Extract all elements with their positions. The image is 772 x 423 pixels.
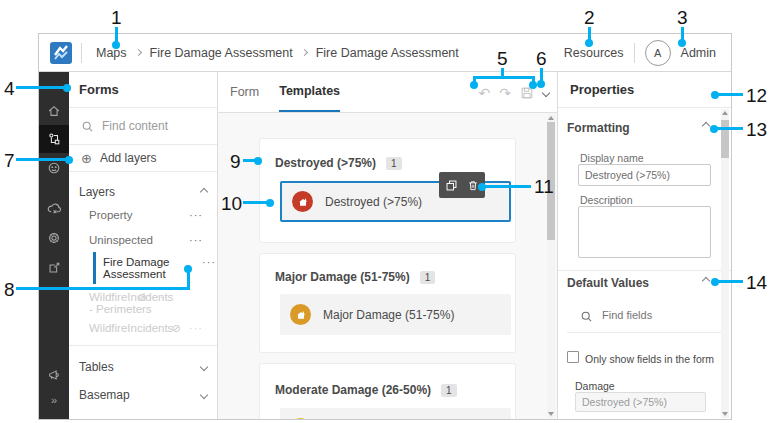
template-item-label: Destroyed (>75%) — [325, 195, 422, 209]
display-name-input[interactable] — [578, 164, 711, 186]
divider — [558, 270, 731, 271]
add-layers-label: Add layers — [100, 151, 157, 165]
damage-field-input[interactable] — [575, 392, 706, 412]
undo-icon[interactable]: ↶ — [479, 86, 491, 100]
layer-options-icon[interactable]: ··· — [189, 235, 203, 246]
group-title-label: Destroyed (>75%) — [275, 156, 376, 170]
callout-11-line — [485, 185, 531, 188]
chevron-down-icon — [200, 362, 208, 370]
offline-icon[interactable] — [39, 194, 69, 222]
layers-section-header[interactable]: Layers — [69, 178, 217, 205]
add-layers-button[interactable]: ⊕ Add layers — [69, 145, 217, 172]
forms-panel: Forms ⊕ Add layers Layers Property — [69, 72, 218, 419]
header-divider — [81, 43, 82, 63]
layer-row-property[interactable]: Property ··· — [89, 210, 209, 221]
layer-row-wildfire-perimeters[interactable]: WildfireIncidents - Perimeters ⊘ ··· — [89, 292, 175, 315]
user-menu[interactable]: Admin — [681, 46, 716, 60]
template-item-moderate[interactable]: Moderate Damage (26-50%) — [280, 408, 511, 419]
app-window: Maps Fire Damage Assessment Fire Damage … — [38, 33, 732, 420]
tables-header-label: Tables — [79, 360, 114, 374]
home-icon[interactable] — [39, 97, 69, 125]
template-count-badge: 1 — [420, 271, 436, 284]
callout-8-elbow — [187, 272, 190, 288]
tables-section-header[interactable]: Tables — [69, 353, 217, 380]
redo-icon[interactable]: ↷ — [499, 86, 511, 100]
find-content-search[interactable] — [69, 108, 217, 145]
group-title-label: Major Damage (51-75%) — [275, 270, 410, 284]
avatar[interactable]: A — [645, 40, 671, 66]
collapse-default-values-chevron[interactable] — [702, 277, 710, 285]
callout-10-dot — [266, 199, 274, 207]
layer-options-icon[interactable]: ··· — [202, 257, 216, 269]
callout-12-line — [718, 93, 743, 96]
selected-layer-bar — [93, 252, 96, 284]
only-show-fields-label: Only show fields in the form — [585, 353, 715, 365]
tab-form[interactable]: Form — [230, 72, 259, 112]
forms-icon[interactable] — [39, 125, 69, 153]
layer-row-wildfire-incidents[interactable]: WildfireIncidents ⊘ ··· — [89, 323, 209, 334]
forms-panel-title: Forms — [69, 72, 217, 108]
basemap-header-label: Basemap — [79, 388, 130, 402]
layer-label: Property — [89, 209, 132, 221]
template-item-major[interactable]: Major Damage (51-75%) — [280, 294, 511, 335]
scroll-down-arrow[interactable] — [722, 412, 728, 416]
breadcrumb-maps[interactable]: Maps — [96, 46, 127, 60]
callout-2-dot — [585, 39, 593, 47]
formatting-section-header: Formatting — [567, 121, 630, 135]
find-content-input[interactable] — [102, 119, 202, 133]
templates-list: Destroyed (>75%) 1 Destroyed (>75%) — [218, 113, 557, 419]
templates-scrollbar[interactable] — [545, 113, 557, 419]
settings-icon[interactable] — [39, 224, 69, 252]
moderate-damage-symbol-icon — [290, 418, 311, 419]
search-icon — [81, 120, 94, 133]
scroll-up-arrow[interactable] — [722, 111, 728, 115]
group-title-label: Moderate Damage (26-50%) — [275, 383, 431, 397]
callout-12-label: 12 — [746, 86, 767, 105]
callout-11-label: 11 — [534, 177, 554, 196]
callout-1-label: 1 — [111, 8, 122, 27]
damage-field-label: Damage — [575, 380, 615, 392]
chevron-down-icon — [200, 390, 208, 398]
find-fields-input[interactable] — [602, 309, 702, 321]
layer-label: Uninspected — [89, 234, 153, 246]
description-textarea[interactable] — [578, 206, 711, 258]
breadcrumb: Maps Fire Damage Assessment Fire Damage … — [96, 46, 459, 60]
save-menu-chevron[interactable] — [542, 88, 550, 96]
header-divider — [634, 43, 635, 63]
editor-panel: Form Templates ↶ ↷ — [218, 72, 557, 419]
esri-logo[interactable] — [50, 42, 72, 64]
layer-label: Fire Damage Assessment — [103, 256, 169, 280]
layer-row-fire-damage-assessment[interactable]: Fire Damage Assessment ··· — [103, 257, 195, 280]
layers-header-label: Layers — [79, 185, 115, 199]
layer-row-uninspected[interactable]: Uninspected ··· — [89, 235, 209, 246]
expand-rail-icon[interactable]: » — [39, 386, 69, 414]
resources-link[interactable]: Resources — [564, 46, 624, 60]
basemap-section-header[interactable]: Basemap — [69, 381, 217, 408]
breadcrumb-map-name[interactable]: Fire Damage Assessment — [150, 46, 293, 60]
properties-scrollbar[interactable] — [719, 108, 731, 419]
only-show-fields-checkbox[interactable] — [567, 351, 579, 363]
template-group-moderate: Moderate Damage (26-50%) 1 Moderate Dama… — [259, 363, 516, 419]
collapse-formatting-chevron[interactable] — [702, 122, 710, 130]
scroll-down-arrow[interactable] — [548, 412, 554, 416]
chevron-right-icon — [135, 49, 142, 56]
chevron-right-icon — [301, 49, 308, 56]
nav-rail: » — [39, 72, 69, 419]
breadcrumb-page-name: Fire Damage Assessment — [316, 46, 459, 60]
major-damage-symbol-icon — [290, 304, 311, 325]
layer-label: WildfireIncidents — [89, 322, 173, 334]
chevron-up-icon — [200, 187, 208, 195]
feedback-icon[interactable] — [39, 361, 69, 389]
callout-10-line — [243, 201, 268, 204]
tab-templates[interactable]: Templates — [279, 72, 340, 112]
callout-8-label: 8 — [4, 280, 15, 299]
layer-options-icon[interactable]: ··· — [155, 292, 169, 304]
layer-options-icon[interactable]: ··· — [189, 323, 203, 334]
scroll-up-arrow[interactable] — [548, 116, 554, 120]
scrollbar-thumb[interactable] — [721, 120, 729, 158]
duplicate-icon[interactable] — [445, 179, 458, 192]
sharing-icon[interactable] — [39, 254, 69, 282]
callout-8-dot — [184, 265, 192, 273]
callout-6-dot — [537, 80, 545, 88]
layer-options-icon[interactable]: ··· — [189, 210, 203, 221]
